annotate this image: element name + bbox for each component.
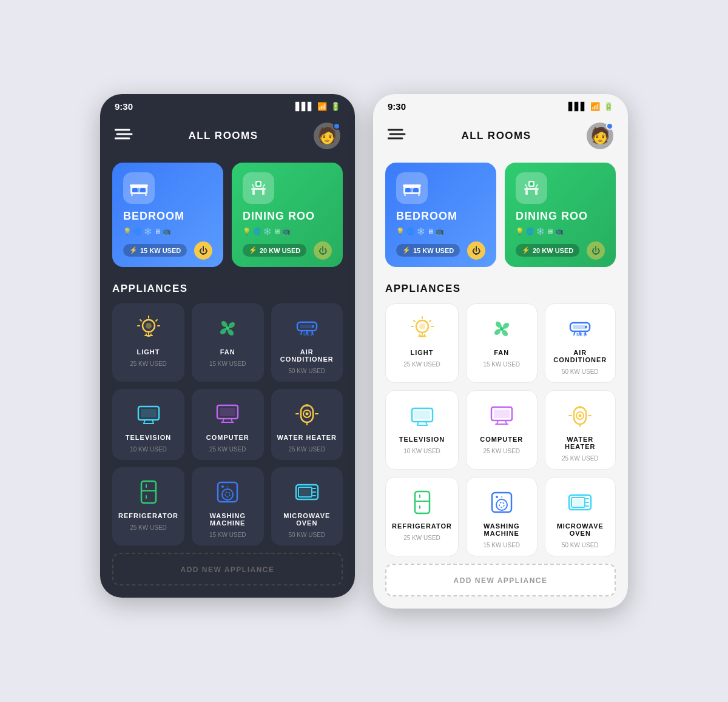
appliance-light-light[interactable]: LIGHT 25 KW USED — [385, 303, 459, 383]
appliance-washer-dark[interactable]: WASHING MACHINE 15 KW USED — [192, 467, 264, 545]
room-card-dining-dark[interactable]: DINING ROO 💡 🌀 ❄️ 🖥 📺 ⚡ 20 KW USED ⏻ — [232, 163, 343, 267]
svg-line-84 — [430, 320, 431, 322]
dining-footer-light: ⚡ 20 KW USED ⏻ — [516, 241, 605, 260]
appliance-fan-light[interactable]: FAN 15 KW USED — [466, 303, 538, 383]
tv-icon-dark — [133, 399, 164, 429]
light-kw-dark: 25 KW USED — [130, 360, 167, 367]
appliance-tv-light[interactable]: TELEVISION 10 KW USED — [385, 390, 459, 470]
appliances-section-light: APPLIANCES LIGHT 25 KW USED FAN 15 K — [373, 277, 628, 609]
header-dark: ALL ROOMS 🧑 — [100, 116, 355, 158]
heater-kw-light: 25 KW USED — [562, 455, 599, 462]
fan-icon-light — [487, 314, 517, 344]
appliance-heater-light[interactable]: WATER HEATER 25 KW USED — [545, 390, 616, 470]
tv-kw-light: 10 KW USED — [403, 448, 440, 454]
appliance-fridge-light[interactable]: REFRIGERATOR 25 KW USED — [385, 477, 459, 556]
bedroom-power-light[interactable]: ⏻ — [467, 241, 485, 260]
fan-kw-light: 15 KW USED — [483, 361, 520, 368]
svg-point-54 — [222, 489, 233, 500]
room-card-bedroom-dark[interactable]: BEDROOM 💡 🌀 ❄️ 🖥 📺 ⚡ 15 KW USED ⏻ — [112, 163, 223, 267]
svg-point-118 — [496, 499, 507, 510]
svg-rect-72 — [404, 194, 406, 196]
heater-label-dark: WATER HEATER — [277, 434, 337, 441]
avatar-wrap-dark: 🧑 — [314, 123, 340, 149]
phone-dark: 9:30 ▋▋▋ 📶 🔋 ALL ROOMS 🧑 — [100, 94, 355, 598]
appliance-washer-light[interactable]: WASHING MACHINE 15 KW USED — [466, 477, 538, 556]
dining-kw-light: ⚡ 20 KW USED — [516, 244, 579, 257]
washer-icon-light — [487, 487, 517, 518]
washer-kw-light: 15 KW USED — [483, 542, 520, 548]
svg-rect-127 — [573, 499, 584, 506]
tv-kw-dark: 10 KW USED — [130, 446, 167, 453]
bedroom-power-dark[interactable]: ⏻ — [194, 241, 212, 260]
appliance-ac-dark[interactable]: $ $ $ AIR CONDITIONER 50 KW USED — [271, 303, 343, 382]
svg-point-11 — [257, 182, 260, 186]
status-icons-dark: ▋▋▋ 📶 🔋 — [295, 102, 340, 111]
appliances-title-light: APPLIANCES — [385, 283, 616, 295]
svg-rect-97 — [414, 411, 430, 419]
appliance-fridge-dark[interactable]: REFRIGERATOR 25 KW USED — [112, 467, 184, 545]
appliance-computer-light[interactable]: COMPUTER 25 KW USED — [466, 390, 538, 470]
add-appliance-dark[interactable]: ADD NEW APPLIANCE — [112, 553, 343, 586]
appliance-heater-dark[interactable]: WATER HEATER 25 KW USED — [271, 389, 343, 460]
appliance-computer-dark[interactable]: COMPUTER 25 KW USED — [192, 389, 264, 460]
heater-icon-light — [565, 400, 595, 431]
microwave-icon-light — [565, 487, 595, 518]
svg-rect-8 — [131, 194, 133, 196]
fridge-icon-light — [407, 487, 437, 518]
svg-rect-5 — [140, 188, 146, 192]
svg-point-121 — [500, 496, 502, 498]
signal-icon-light: ▋▋▋ — [568, 102, 587, 111]
appliance-microwave-dark[interactable]: MICROWAVE OVEN 50 KW USED — [271, 467, 343, 545]
dining-power-dark[interactable]: ⏻ — [314, 241, 332, 260]
appliance-tv-dark[interactable]: TELEVISION 10 KW USED — [112, 389, 184, 460]
svg-point-75 — [530, 182, 533, 186]
dining-name-dark: DINING ROO — [243, 210, 332, 223]
svg-rect-9 — [145, 194, 147, 196]
microwave-label-light: MICROWAVE OVEN — [551, 522, 610, 537]
svg-rect-77 — [525, 190, 528, 195]
appliance-microwave-light[interactable]: MICROWAVE OVEN 50 KW USED — [545, 477, 616, 556]
dining-kw-dark: ⚡ 20 KW USED — [243, 244, 306, 257]
dining-icon-light — [516, 172, 547, 204]
appliance-light-dark[interactable]: LIGHT 25 KW USED — [112, 303, 184, 382]
fan-kw-dark: 15 KW USED — [209, 360, 246, 367]
fan-icon-dark — [212, 313, 243, 343]
heater-kw-dark: 25 KW USED — [288, 446, 325, 453]
bedroom-devices-dark: 💡 🌀 ❄️ 🖥 📺 — [123, 228, 212, 235]
svg-rect-102 — [494, 410, 510, 418]
light-label-dark: LIGHT — [137, 348, 160, 356]
heater-icon-dark — [292, 399, 322, 429]
dining-name-light: DINING ROO — [516, 210, 605, 223]
logo-light — [388, 127, 406, 144]
svg-line-79 — [525, 184, 527, 188]
bedroom-icon-dark — [123, 172, 155, 204]
header-title-light: ALL ROOMS — [461, 130, 531, 142]
tv-label-dark: TELEVISION — [126, 434, 171, 441]
avatar-dot-dark — [333, 123, 340, 130]
svg-text:$ $ $: $ $ $ — [303, 332, 313, 336]
battery-icon-dark: 🔋 — [331, 102, 340, 111]
appliances-grid-dark: LIGHT 25 KW USED FAN 15 KW USED $ $ $ — [112, 303, 343, 545]
svg-point-108 — [579, 414, 582, 417]
room-card-bedroom-light[interactable]: BEDROOM 💡 🌀 ❄️ 🖥 📺 ⚡ 15 KW USED ⏻ — [385, 163, 496, 267]
status-icons-light: ▋▋▋ 📶 🔋 — [568, 102, 613, 111]
fridge-label-dark: REFRIGERATOR — [118, 512, 178, 519]
appliances-title-dark: APPLIANCES — [112, 283, 343, 295]
dining-power-light[interactable]: ⏻ — [587, 241, 605, 260]
svg-rect-78 — [535, 190, 538, 195]
ac-label-dark: AIR CONDITIONER — [277, 348, 337, 363]
svg-rect-109 — [578, 406, 582, 408]
svg-rect-12 — [251, 188, 266, 190]
fridge-kw-dark: 25 KW USED — [130, 524, 167, 531]
appliance-ac-light[interactable]: $ $ $ AIR CONDITIONER 50 KW USED — [545, 303, 616, 383]
svg-rect-33 — [141, 409, 157, 417]
appliances-section-dark: APPLIANCES LIGHT 25 KW USED FAN 15 K — [100, 277, 355, 598]
battery-icon-light: 🔋 — [604, 102, 613, 111]
room-card-dining-light[interactable]: DINING ROO 💡 🌀 ❄️ 🖥 📺 ⚡ 20 KW USED ⏻ — [505, 163, 616, 267]
dining-icon-dark — [243, 172, 274, 204]
status-bar-dark: 9:30 ▋▋▋ 📶 🔋 — [100, 94, 355, 116]
device-icon-4: 💡 🌀 ❄️ 🖥 📺 — [516, 228, 564, 235]
appliance-fan-dark[interactable]: FAN 15 KW USED — [192, 303, 264, 382]
add-appliance-light[interactable]: ADD NEW APPLIANCE — [385, 564, 616, 596]
rooms-section-dark: BEDROOM 💡 🌀 ❄️ 🖥 📺 ⚡ 15 KW USED ⏻ — [100, 158, 355, 277]
